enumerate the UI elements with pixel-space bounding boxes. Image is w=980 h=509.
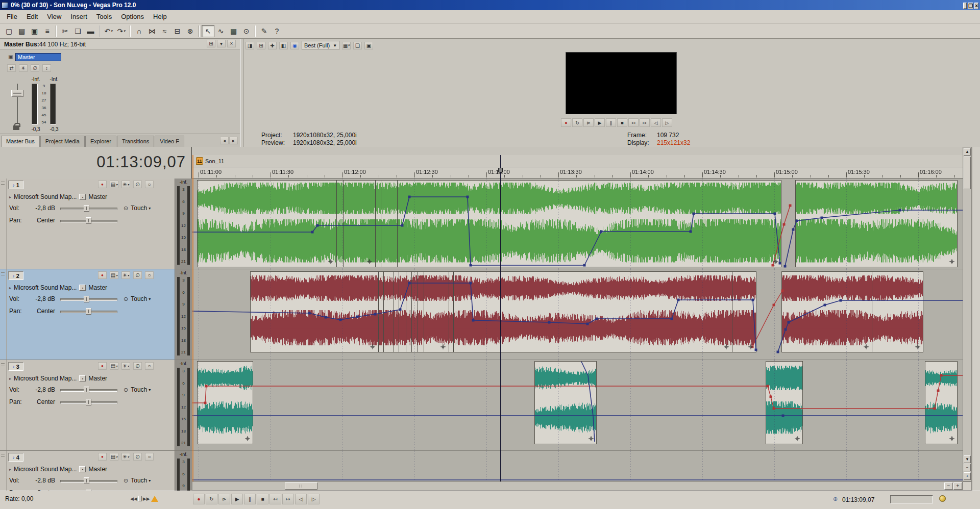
tab-scroll-left-button[interactable]: ◂	[220, 137, 229, 144]
bus-assignment-button[interactable]: ▪	[79, 375, 86, 381]
warning-icon[interactable]	[151, 496, 158, 502]
volume-slider-thumb[interactable]	[84, 387, 89, 393]
vertical-scrollbar[interactable]: ▲ ▼ − +	[963, 147, 972, 481]
volume-slider-thumb[interactable]	[84, 477, 89, 484]
automation-gear-icon[interactable]: ⊙	[124, 205, 128, 212]
bus-io-button[interactable]: ⇄	[7, 64, 16, 72]
automation-caret-icon[interactable]: ▾	[149, 478, 151, 483]
preview-prev-frame-button[interactable]: ◁	[651, 118, 661, 127]
minimize-button[interactable]: _	[963, 3, 967, 9]
volume-value[interactable]: -2,8 dB	[26, 295, 55, 302]
record-button[interactable]: ●	[193, 494, 205, 504]
paste-button[interactable]: ▬	[84, 25, 97, 37]
preview-next-frame-button[interactable]: ▷	[662, 118, 672, 127]
close-panel-button[interactable]: ×	[227, 40, 236, 47]
automation-gear-icon[interactable]: ⊙	[124, 477, 128, 484]
pan-slider[interactable]	[60, 308, 117, 315]
preview-loop-button[interactable]: ↻	[572, 118, 582, 127]
volume-value[interactable]: -2,8 dB	[26, 205, 55, 212]
bus-fx-button[interactable]: ✳	[19, 64, 28, 72]
tab-video-f[interactable]: Video F	[155, 136, 184, 147]
pan-slider-thumb[interactable]	[86, 308, 91, 315]
external-monitor-button[interactable]: ⊞	[257, 42, 265, 49]
open-button[interactable]: ▤	[15, 25, 28, 37]
volume-slider[interactable]	[60, 387, 117, 393]
menu-options[interactable]: Options	[116, 11, 149, 22]
track-header-2[interactable]: ♪2●▤▾✳▾∅○-Inf.36912151821▸Microsoft Soun…	[0, 269, 192, 360]
zoom-out-button[interactable]: −	[944, 482, 953, 490]
automation-mode[interactable]: Touch	[131, 386, 147, 393]
volume-slider[interactable]	[60, 477, 117, 484]
pan-slider-thumb[interactable]	[86, 217, 91, 224]
video-output-fx-button[interactable]: ✚	[268, 42, 277, 49]
scroll-up-button[interactable]: ▲	[964, 148, 971, 156]
menu-edit[interactable]: Edit	[22, 11, 42, 22]
mute-button[interactable]: ∅	[133, 181, 142, 188]
solo-button[interactable]: ○	[145, 453, 154, 461]
new-project-button[interactable]: ▢	[3, 25, 15, 37]
tab-project-media[interactable]: Project Media	[40, 136, 85, 147]
solo-button[interactable]: ○	[145, 271, 154, 279]
enable-snapping-button[interactable]: ∩	[133, 25, 145, 37]
track-fx-button[interactable]: ✳▾	[121, 181, 130, 188]
track-drag-handle[interactable]	[0, 451, 7, 491]
bus-name-field[interactable]: Master	[15, 53, 61, 61]
automation-mode[interactable]: Touch	[131, 295, 147, 302]
track-lane-4[interactable]	[192, 451, 963, 481]
pan-value[interactable]: Center	[26, 398, 55, 405]
preview-quality-dropdown[interactable]: Best (Full)▼	[302, 41, 339, 50]
copy-button[interactable]: ❏	[71, 25, 84, 37]
vertical-zoom-in-button[interactable]: +	[964, 472, 971, 480]
automation-settings-button[interactable]: ▤▾	[110, 181, 118, 188]
bus-fader-button[interactable]: ↕	[42, 64, 51, 72]
title-bar[interactable]: 0% (30 of 30) - Son Nu.veg - Vegas Pro 1…	[0, 0, 980, 10]
menu-file[interactable]: File	[2, 11, 22, 22]
play-from-start-button[interactable]: ⊳	[218, 494, 230, 504]
vertical-scrollbar-thumb[interactable]	[964, 157, 971, 189]
ignore-event-grouping-button[interactable]: ⊗	[184, 25, 197, 37]
panel-menu-button[interactable]: ▾	[217, 40, 226, 47]
record-arm-button[interactable]: ●	[98, 271, 107, 279]
save-snapshot-button[interactable]: ▣	[364, 42, 373, 49]
automation-caret-icon[interactable]: ▾	[149, 206, 151, 211]
scroll-down-button[interactable]: ▼	[964, 455, 971, 463]
lock-envelopes-button[interactable]: ⊟	[171, 25, 184, 37]
auto-crossfades-button[interactable]: ⋈	[145, 25, 158, 37]
bus-assignment-button[interactable]: ▪	[79, 285, 86, 291]
loop-playback-button[interactable]: ↻	[206, 494, 217, 504]
save-button[interactable]: ▣	[28, 25, 41, 37]
track-device-name[interactable]: Microsoft Sound Map...	[14, 466, 77, 473]
insert-bus-button[interactable]: ⊞	[207, 40, 215, 47]
marker-bar[interactable]: 11 Son_11	[192, 155, 963, 167]
mute-button[interactable]: ∅	[133, 271, 142, 279]
bus-assignment-button[interactable]: ▪	[79, 466, 86, 472]
envelope-edit-tool-button[interactable]: ∿	[214, 25, 227, 37]
preview-play-from-start-button[interactable]: ⊳	[583, 118, 594, 127]
volume-slider[interactable]	[60, 205, 117, 212]
mute-button[interactable]: ∅	[133, 362, 142, 370]
track-device-name[interactable]: Microsoft Sound Map...	[14, 193, 77, 200]
menu-view[interactable]: View	[42, 11, 66, 22]
go-to-end-button[interactable]: ↦	[282, 494, 294, 504]
automation-mode[interactable]: Touch	[131, 205, 147, 212]
horizontal-scrollbar-thumb[interactable]	[285, 482, 317, 490]
pan-slider-thumb[interactable]	[86, 399, 91, 405]
volume-slider-thumb[interactable]	[84, 296, 89, 302]
selection-edit-tool-button[interactable]: ▦	[227, 25, 240, 37]
track-device-name[interactable]: Microsoft Sound Map...	[14, 375, 77, 382]
mute-button[interactable]: ∅	[133, 453, 142, 461]
bus-mute-button[interactable]: ∅	[31, 64, 39, 72]
playhead[interactable]	[500, 155, 501, 481]
pan-slider[interactable]	[60, 399, 117, 405]
pan-value[interactable]: Center	[26, 308, 55, 315]
automation-caret-icon[interactable]: ▾	[149, 388, 151, 392]
preview-play-button[interactable]: ▶	[595, 118, 605, 127]
lock-icon[interactable]	[13, 125, 19, 130]
stop-button[interactable]: ■	[257, 494, 268, 504]
tab-master-bus[interactable]: Master Bus	[1, 136, 40, 147]
pan-value[interactable]: Center	[26, 217, 55, 224]
track-fx-button[interactable]: ✳▾	[121, 362, 130, 370]
automation-settings-button[interactable]: ▤▾	[110, 453, 118, 461]
time-ruler[interactable]: 01:11:0001:11:3001:12:0001:12:3001:13:00…	[192, 167, 963, 179]
close-button[interactable]: ×	[974, 3, 978, 9]
